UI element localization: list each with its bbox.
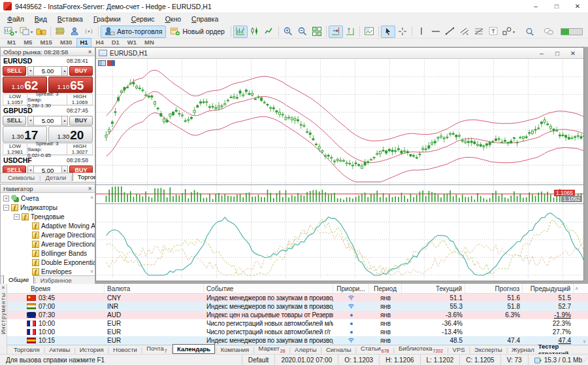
text-tool-button[interactable]: T <box>486 26 500 38</box>
tree-item[interactable]: fAverage Directional <box>1 230 95 239</box>
stepper-down-icon[interactable]: ▼ <box>27 66 34 76</box>
volume-stepper[interactable]: ▼5.00▲ <box>27 165 68 173</box>
tab-news[interactable]: Новости <box>109 346 141 354</box>
bars-chart-button[interactable]: 1 <box>233 26 248 38</box>
person-button[interactable] <box>67 26 82 38</box>
scroll-up-icon[interactable]: ∧ <box>90 66 93 71</box>
menu-insert[interactable]: Вставка <box>52 14 88 24</box>
resize-grip[interactable]: ⋰ <box>581 358 587 364</box>
scroll-down-icon[interactable]: ∨ <box>90 164 93 169</box>
tab-journal[interactable]: Журнал <box>508 346 538 354</box>
stepper-down-icon[interactable]: ▼ <box>27 165 34 173</box>
tab-assets[interactable]: Активы <box>45 346 74 354</box>
auto-trading-button[interactable]: Авто-торговля <box>101 26 166 38</box>
shapes-button[interactable]: ▾ <box>500 26 516 38</box>
tree-item[interactable]: fBollinger Bands <box>1 249 95 258</box>
cursor-button[interactable] <box>381 26 395 38</box>
shift-end-button[interactable] <box>329 26 343 38</box>
menu-file[interactable]: Файл <box>2 14 29 24</box>
timeframe-h4[interactable]: H4 <box>93 38 107 47</box>
timeframe-m15[interactable]: M15 <box>37 38 55 47</box>
timeframe-w1[interactable]: W1 <box>124 38 140 47</box>
calendar-row[interactable]: 03:45CNYИндекс менеджеров по закупкам в … <box>7 294 588 302</box>
stepper-up-icon[interactable]: ▲ <box>61 66 68 76</box>
volume-stepper[interactable]: ▼5.00▲ <box>27 116 68 126</box>
menu-window[interactable]: Окно <box>160 14 186 24</box>
tree-item[interactable]: fAverage Directional <box>1 239 95 249</box>
sell-button[interactable]: SELL <box>3 116 26 126</box>
tab-symbols[interactable]: Символы <box>3 174 39 181</box>
scroll-up-icon[interactable]: ∧ <box>575 286 578 291</box>
column-header-forecast[interactable]: Прогноз <box>465 284 523 293</box>
stepper-up-icon[interactable]: ▲ <box>61 116 68 126</box>
vertical-line-button[interactable] <box>414 26 429 38</box>
close-icon[interactable]: ✕ <box>567 0 588 12</box>
menu-service[interactable]: Сервис <box>126 14 160 24</box>
tree-item[interactable]: +Счета <box>1 194 95 203</box>
scroll-down-icon[interactable]: ∨ <box>90 269 93 273</box>
tab-details[interactable]: Детали <box>41 174 71 181</box>
timeframe-m30[interactable]: M30 <box>57 38 75 47</box>
sell-button[interactable]: SELL <box>3 165 26 173</box>
collapse-icon[interactable]: − <box>14 214 20 220</box>
chart-canvas[interactable]: 1.1065 1.1062 <box>96 59 583 281</box>
menu-help[interactable]: Справка <box>186 14 223 24</box>
column-header-previous[interactable]: Предыдущий <box>523 284 574 293</box>
tab-vps[interactable]: VPS <box>449 346 469 354</box>
stepper-up-icon[interactable]: ▲ <box>61 165 68 173</box>
menu-view[interactable]: Вид <box>29 14 52 24</box>
maximize-icon[interactable]: □ <box>546 0 567 12</box>
buy-button[interactable]: BUY <box>69 66 93 76</box>
column-header-actual[interactable]: Текущий <box>402 284 465 293</box>
minimize-icon[interactable]: – <box>525 0 546 12</box>
tab-alerts[interactable]: Алерты <box>291 346 320 354</box>
scroll-up-icon[interactable]: ∧ <box>90 195 93 200</box>
close-icon[interactable]: ✕ <box>88 186 92 192</box>
tree-item[interactable]: fDouble Exponential <box>1 258 95 267</box>
chart-restore-icon[interactable]: □ <box>549 50 565 57</box>
tab-common[interactable]: Общие <box>3 275 34 284</box>
volume-stepper[interactable]: ▼5.00▲ <box>27 66 68 76</box>
timeframe-m1[interactable]: M1 <box>4 38 19 47</box>
zoom-in-button[interactable] <box>281 26 295 38</box>
status-profile[interactable]: Default <box>242 355 275 365</box>
tree-item[interactable]: fEnvelopes <box>1 267 95 275</box>
buy-button[interactable]: BUY <box>69 165 93 173</box>
chart-grid-button[interactable] <box>362 26 376 38</box>
column-header-currency[interactable]: Валюта <box>105 284 204 293</box>
folder-dollar-button[interactable]: $ <box>34 26 48 38</box>
timeframe-d1[interactable]: D1 <box>108 38 123 47</box>
crosshair-button[interactable] <box>395 26 410 38</box>
signal-button[interactable] <box>82 26 96 38</box>
timeframe-h1[interactable]: H1 <box>76 38 91 47</box>
tree-item[interactable]: −fИндикаторы <box>1 203 95 212</box>
new-chart-button[interactable]: ▾ <box>3 26 18 38</box>
new-order-button[interactable]: Новый ордер <box>166 26 229 38</box>
calendar-row[interactable]: 10:00EURЧисло регистраций новых автомоби… <box>7 328 588 336</box>
tab-history[interactable]: История <box>76 346 108 354</box>
chat-icon[interactable] <box>542 26 556 38</box>
buy-button[interactable]: BUY <box>69 116 93 126</box>
depth-of-market-icon[interactable] <box>107 60 115 66</box>
profiles-button[interactable]: ▾ <box>18 26 34 38</box>
books-button[interactable] <box>53 26 67 38</box>
auto-scroll-button[interactable] <box>343 26 357 38</box>
fibonacci-button[interactable] <box>472 26 486 38</box>
candle-chart-button[interactable] <box>248 26 262 38</box>
tab-favorites[interactable]: Избранное <box>36 277 76 284</box>
collapse-icon[interactable]: − <box>3 205 9 211</box>
timeframe-m5[interactable]: M5 <box>20 38 35 47</box>
column-header-priority[interactable]: Приори... <box>333 284 369 293</box>
line-chart-button[interactable] <box>262 26 276 38</box>
timeframe-mn[interactable]: MN <box>141 38 157 47</box>
channel-button[interactable] <box>457 26 472 38</box>
menu-charts[interactable]: Графики <box>88 14 126 24</box>
chart-minimize-icon[interactable]: – <box>534 50 549 57</box>
tree-item[interactable]: fAdaptive Moving Av <box>1 221 95 230</box>
stepper-down-icon[interactable]: ▼ <box>27 116 34 126</box>
search-icon[interactable] <box>523 26 537 38</box>
tab-experts[interactable]: Эксперты <box>470 346 506 354</box>
chart-close-icon[interactable]: ✕ <box>565 50 581 57</box>
tab-calendar[interactable]: Календарь <box>172 344 215 354</box>
horizontal-line-button[interactable] <box>429 26 443 38</box>
